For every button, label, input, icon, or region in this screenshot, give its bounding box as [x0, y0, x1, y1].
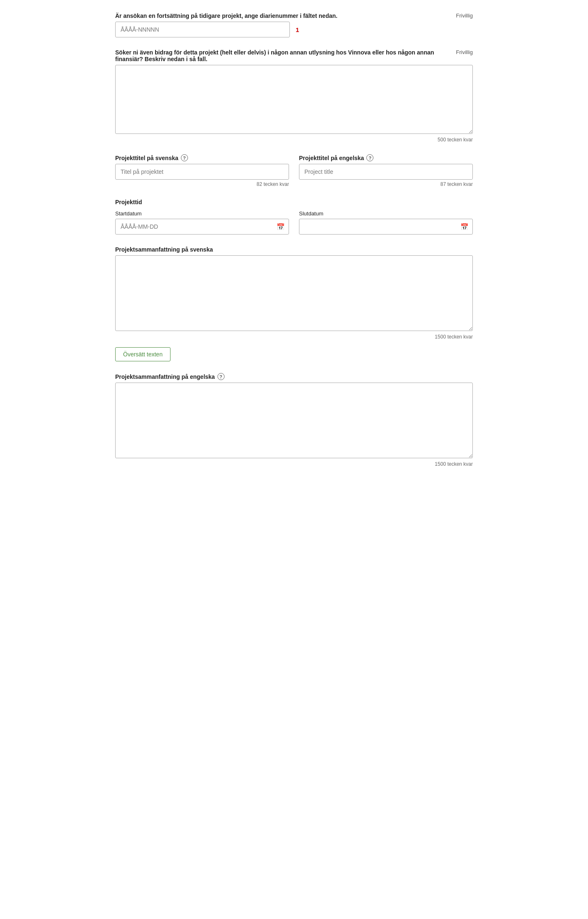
continuation-question-label: Är ansökan en fortsättning på tidigare p… — [115, 12, 337, 19]
enddate-input-wrapper: 2025-07-17 📅 — [299, 219, 473, 235]
project-duration-section: Projekttid Startdatum 📅 Slutdatum 2025-0… — [115, 199, 473, 235]
other-funding-label: Söker ni även bidrag för detta projekt (… — [115, 49, 456, 62]
startdate-label: Startdatum — [115, 210, 289, 217]
title-sv-input[interactable] — [115, 164, 289, 180]
title-en-help-icon[interactable]: ? — [366, 154, 373, 161]
title-sv-char-count: 82 tecken kvar — [115, 181, 289, 187]
startdate-input-wrapper: 📅 — [115, 219, 289, 235]
summary-en-section: Projektsammanfattning på engelska ? 4 15… — [115, 373, 473, 467]
summary-sv-char-count: 1500 tecken kvar — [115, 334, 473, 340]
other-funding-char-count: 500 tecken kvar — [115, 137, 473, 143]
startdate-field: Startdatum 📅 — [115, 210, 289, 235]
title-sv-label-text: Projekttitel på svenska — [115, 155, 178, 161]
summary-en-char-count: 1500 tecken kvar — [115, 461, 473, 467]
title-en-label-row: Projekttitel på engelska ? — [299, 154, 473, 161]
startdate-input[interactable] — [115, 219, 289, 235]
summary-sv-label-row: Projektsammanfattning på svenska — [115, 246, 473, 253]
other-funding-section: Söker ni även bidrag för detta projekt (… — [115, 49, 473, 143]
summary-en-textarea[interactable] — [115, 383, 473, 458]
other-funding-text: Söker ni även bidrag för detta projekt (… — [115, 49, 456, 62]
enddate-field: Slutdatum 2025-07-17 📅 2 — [299, 210, 473, 235]
summary-sv-label-text: Projektsammanfattning på svenska — [115, 246, 213, 253]
continuation-diarienummer-input[interactable] — [115, 22, 290, 37]
projekttid-label: Projekttid — [115, 199, 473, 205]
enddate-calendar-icon[interactable]: 📅 — [460, 223, 469, 231]
title-en-input[interactable]: Project title — [299, 164, 473, 180]
title-en-field: Projekttitel på engelska ? Project title… — [299, 154, 473, 187]
continuation-optional-tag: Frivillig — [456, 12, 473, 19]
summary-en-label-text: Projektsammanfattning på engelska — [115, 373, 215, 380]
enddate-input[interactable]: 2025-07-17 — [299, 219, 473, 235]
summary-en-help-icon[interactable]: ? — [217, 373, 225, 380]
summary-sv-textarea[interactable] — [115, 255, 473, 331]
title-en-char-count: 87 tecken kvar — [299, 181, 473, 187]
other-funding-optional-tag: Frivillig — [456, 49, 473, 55]
translate-button[interactable]: Översätt texten — [115, 347, 170, 361]
continuation-question-text: Är ansökan en fortsättning på tidigare p… — [115, 12, 337, 19]
summary-sv-section: Projektsammanfattning på svenska 3 1500 … — [115, 246, 473, 361]
project-titles-section: Projekttitel på svenska ? 82 tecken kvar… — [115, 154, 473, 187]
title-sv-field: Projekttitel på svenska ? 82 tecken kvar — [115, 154, 289, 187]
summary-en-label-row: Projektsammanfattning på engelska ? — [115, 373, 473, 380]
step-1-badge: 1 — [296, 26, 299, 33]
startdate-calendar-icon[interactable]: 📅 — [277, 223, 285, 231]
other-funding-textarea[interactable] — [115, 65, 473, 134]
continuation-project-section: Är ansökan en fortsättning på tidigare p… — [115, 12, 473, 37]
title-en-label-text: Projekttitel på engelska — [299, 155, 364, 161]
title-sv-help-icon[interactable]: ? — [181, 154, 188, 161]
title-sv-label-row: Projekttitel på svenska ? — [115, 154, 289, 161]
enddate-label: Slutdatum — [299, 210, 473, 217]
